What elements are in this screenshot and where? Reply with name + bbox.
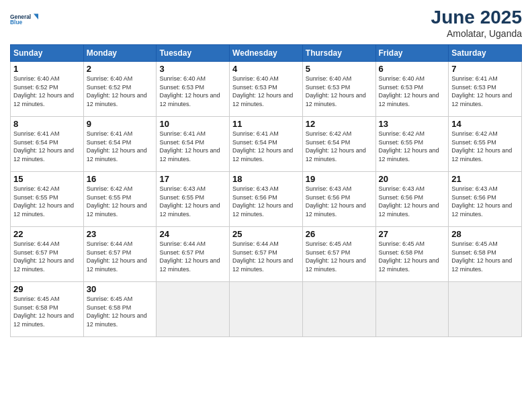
day-cell: 8 Sunrise: 6:41 AMSunset: 6:54 PMDayligh… — [11, 117, 84, 172]
day-cell: 9 Sunrise: 6:41 AMSunset: 6:54 PMDayligh… — [83, 117, 157, 172]
day-number: 28 — [451, 229, 519, 239]
day-number: 13 — [379, 119, 446, 129]
col-friday: Friday — [375, 45, 449, 62]
day-number: 24 — [159, 229, 226, 239]
day-cell: 7 Sunrise: 6:41 AMSunset: 6:53 PMDayligh… — [449, 62, 522, 117]
day-number: 22 — [13, 229, 81, 239]
svg-text:Blue: Blue — [10, 19, 22, 26]
day-info: Sunrise: 6:40 AMSunset: 6:52 PMDaylight:… — [87, 75, 147, 107]
month-year: June 2025 — [431, 7, 522, 28]
title-block: June 2025 Amolatar, Uganda — [431, 7, 522, 39]
col-thursday: Thursday — [302, 45, 375, 62]
day-cell: 15 Sunrise: 6:42 AMSunset: 6:55 PMDaylig… — [11, 172, 84, 227]
day-cell: 25 Sunrise: 6:44 AMSunset: 6:57 PMDaylig… — [230, 227, 303, 282]
calendar-body: 1 Sunrise: 6:40 AMSunset: 6:52 PMDayligh… — [11, 62, 522, 337]
day-number: 30 — [87, 284, 154, 294]
day-cell: 6 Sunrise: 6:40 AMSunset: 6:53 PMDayligh… — [375, 62, 449, 117]
day-cell: 14 Sunrise: 6:42 AMSunset: 6:55 PMDaylig… — [449, 117, 522, 172]
col-tuesday: Tuesday — [157, 45, 230, 62]
svg-marker-2 — [34, 14, 38, 19]
day-number: 20 — [379, 174, 446, 184]
day-cell: 16 Sunrise: 6:42 AMSunset: 6:55 PMDaylig… — [83, 172, 157, 227]
day-info: Sunrise: 6:45 AMSunset: 6:58 PMDaylight:… — [87, 295, 147, 328]
day-number: 12 — [306, 119, 373, 129]
day-cell: 27 Sunrise: 6:45 AMSunset: 6:58 PMDaylig… — [375, 227, 449, 282]
day-cell: 3 Sunrise: 6:40 AMSunset: 6:53 PMDayligh… — [157, 62, 230, 117]
day-info: Sunrise: 6:41 AMSunset: 6:54 PMDaylight:… — [232, 130, 293, 163]
day-info: Sunrise: 6:41 AMSunset: 6:54 PMDaylight:… — [159, 130, 220, 163]
empty-cell — [230, 282, 303, 337]
day-number: 8 — [13, 119, 81, 129]
week-row: 1 Sunrise: 6:40 AMSunset: 6:52 PMDayligh… — [11, 62, 522, 117]
day-cell: 22 Sunrise: 6:44 AMSunset: 6:57 PMDaylig… — [11, 227, 84, 282]
day-number: 17 — [159, 174, 226, 184]
day-info: Sunrise: 6:45 AMSunset: 6:58 PMDaylight:… — [379, 240, 439, 273]
day-cell: 10 Sunrise: 6:41 AMSunset: 6:54 PMDaylig… — [157, 117, 230, 172]
week-row: 22 Sunrise: 6:44 AMSunset: 6:57 PMDaylig… — [11, 227, 522, 282]
day-info: Sunrise: 6:43 AMSunset: 6:55 PMDaylight:… — [159, 185, 220, 218]
day-info: Sunrise: 6:41 AMSunset: 6:54 PMDaylight:… — [87, 130, 147, 163]
day-number: 21 — [451, 174, 519, 184]
day-info: Sunrise: 6:44 AMSunset: 6:57 PMDaylight:… — [159, 240, 220, 273]
col-monday: Monday — [83, 45, 157, 62]
day-info: Sunrise: 6:44 AMSunset: 6:57 PMDaylight:… — [87, 240, 147, 273]
day-info: Sunrise: 6:40 AMSunset: 6:53 PMDaylight:… — [306, 75, 366, 107]
empty-cell — [449, 282, 522, 337]
day-number: 9 — [87, 119, 154, 129]
col-saturday: Saturday — [449, 45, 522, 62]
week-row: 29 Sunrise: 6:45 AMSunset: 6:58 PMDaylig… — [11, 282, 522, 337]
day-info: Sunrise: 6:42 AMSunset: 6:55 PMDaylight:… — [451, 130, 512, 163]
day-info: Sunrise: 6:41 AMSunset: 6:53 PMDaylight:… — [451, 75, 512, 107]
day-number: 18 — [232, 174, 300, 184]
empty-cell — [157, 282, 230, 337]
day-cell: 1 Sunrise: 6:40 AMSunset: 6:52 PMDayligh… — [11, 62, 84, 117]
day-info: Sunrise: 6:42 AMSunset: 6:55 PMDaylight:… — [13, 185, 74, 218]
day-cell: 21 Sunrise: 6:43 AMSunset: 6:56 PMDaylig… — [449, 172, 522, 227]
day-info: Sunrise: 6:45 AMSunset: 6:58 PMDaylight:… — [451, 240, 512, 273]
day-number: 1 — [13, 64, 81, 74]
day-number: 4 — [232, 64, 300, 74]
day-info: Sunrise: 6:42 AMSunset: 6:54 PMDaylight:… — [306, 130, 366, 163]
day-number: 23 — [87, 229, 154, 239]
day-number: 15 — [13, 174, 81, 184]
day-info: Sunrise: 6:43 AMSunset: 6:56 PMDaylight:… — [451, 185, 512, 218]
day-info: Sunrise: 6:42 AMSunset: 6:55 PMDaylight:… — [87, 185, 147, 218]
calendar-table: Sunday Monday Tuesday Wednesday Thursday… — [10, 44, 522, 337]
day-info: Sunrise: 6:44 AMSunset: 6:57 PMDaylight:… — [232, 240, 293, 273]
day-number: 16 — [87, 174, 154, 184]
day-number: 2 — [87, 64, 154, 74]
empty-cell — [375, 282, 449, 337]
day-number: 27 — [379, 229, 446, 239]
day-number: 29 — [13, 284, 81, 294]
day-info: Sunrise: 6:45 AMSunset: 6:57 PMDaylight:… — [306, 240, 366, 273]
day-number: 7 — [451, 64, 519, 74]
logo-svg: General Blue — [10, 7, 38, 32]
col-sunday: Sunday — [11, 45, 84, 62]
day-cell: 20 Sunrise: 6:43 AMSunset: 6:56 PMDaylig… — [375, 172, 449, 227]
header: General Blue June 2025 Amolatar, Uganda — [10, 7, 522, 39]
day-cell: 4 Sunrise: 6:40 AMSunset: 6:53 PMDayligh… — [230, 62, 303, 117]
day-number: 25 — [232, 229, 300, 239]
day-number: 10 — [159, 119, 226, 129]
day-cell: 29 Sunrise: 6:45 AMSunset: 6:58 PMDaylig… — [11, 282, 84, 337]
day-cell: 2 Sunrise: 6:40 AMSunset: 6:52 PMDayligh… — [83, 62, 157, 117]
week-row: 8 Sunrise: 6:41 AMSunset: 6:54 PMDayligh… — [11, 117, 522, 172]
day-cell: 13 Sunrise: 6:42 AMSunset: 6:55 PMDaylig… — [375, 117, 449, 172]
day-info: Sunrise: 6:40 AMSunset: 6:53 PMDaylight:… — [159, 75, 220, 107]
day-number: 14 — [451, 119, 519, 129]
day-number: 19 — [306, 174, 373, 184]
col-wednesday: Wednesday — [230, 45, 303, 62]
day-cell: 19 Sunrise: 6:43 AMSunset: 6:56 PMDaylig… — [302, 172, 375, 227]
page: General Blue June 2025 Amolatar, Uganda … — [0, 0, 532, 411]
day-info: Sunrise: 6:40 AMSunset: 6:53 PMDaylight:… — [379, 75, 439, 107]
day-cell: 30 Sunrise: 6:45 AMSunset: 6:58 PMDaylig… — [83, 282, 157, 337]
day-cell: 26 Sunrise: 6:45 AMSunset: 6:57 PMDaylig… — [302, 227, 375, 282]
day-info: Sunrise: 6:43 AMSunset: 6:56 PMDaylight:… — [379, 185, 439, 218]
day-cell: 5 Sunrise: 6:40 AMSunset: 6:53 PMDayligh… — [302, 62, 375, 117]
day-cell: 11 Sunrise: 6:41 AMSunset: 6:54 PMDaylig… — [230, 117, 303, 172]
day-info: Sunrise: 6:45 AMSunset: 6:58 PMDaylight:… — [13, 295, 74, 328]
day-info: Sunrise: 6:43 AMSunset: 6:56 PMDaylight:… — [232, 185, 293, 218]
day-cell: 23 Sunrise: 6:44 AMSunset: 6:57 PMDaylig… — [83, 227, 157, 282]
day-info: Sunrise: 6:44 AMSunset: 6:57 PMDaylight:… — [13, 240, 74, 273]
day-cell: 12 Sunrise: 6:42 AMSunset: 6:54 PMDaylig… — [302, 117, 375, 172]
